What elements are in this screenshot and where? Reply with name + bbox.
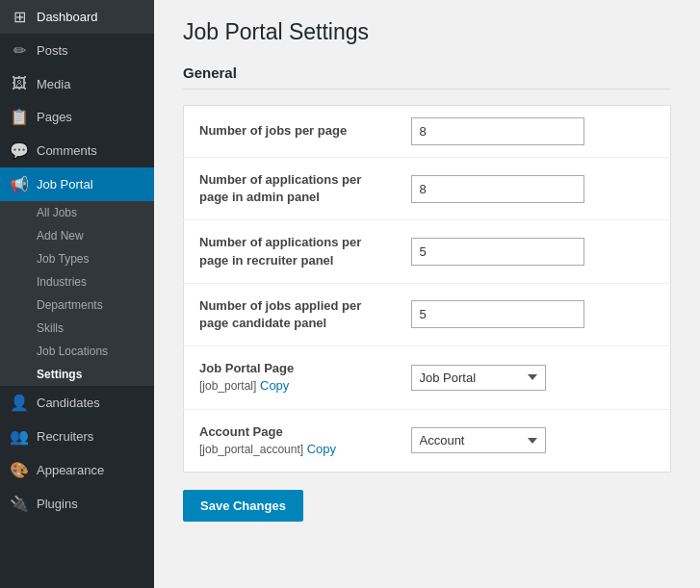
sidebar-submenu-skills[interactable]: Skills [0,317,154,340]
save-changes-button[interactable]: Save Changes [183,490,303,522]
setting-label-account-page: Account Page [199,424,283,439]
sidebar-item-pages[interactable]: 📋 Pages [0,100,154,134]
sidebar-submenu-industries[interactable]: Industries [0,270,154,294]
table-row: Number of applications per page in admin… [184,158,671,220]
select-account-page[interactable]: Account [411,427,546,453]
sidebar-item-media[interactable]: 🖼 Media [0,67,154,100]
setting-label-apps-recruiter: Number of applications per page in recru… [199,235,361,267]
sidebar-item-dashboard[interactable]: ⊞ Dashboard [0,0,154,34]
sidebar-item-label: Pages [37,110,72,124]
setting-label-job-portal-page: Job Portal Page [199,361,294,375]
input-apps-admin[interactable] [411,175,584,203]
sidebar: ⊞ Dashboard ✏ Posts 🖼 Media 📋 Pages 💬 Co… [0,0,154,588]
dashboard-icon: ⊞ [10,8,29,26]
candidates-icon: 👤 [10,394,29,412]
sidebar-item-comments[interactable]: 💬 Comments [0,134,154,167]
sidebar-item-label: Recruiters [37,429,93,444]
account-shortcode: [job_portal_account] [199,443,303,456]
job-portal-submenu: All Jobs Add New Job Types Industries De… [0,201,154,386]
table-row: Number of jobs applied per page candidat… [184,283,671,345]
sidebar-item-label: Dashboard [37,10,98,24]
appearance-icon: 🎨 [10,461,29,479]
table-row: Number of applications per page in recru… [184,220,671,283]
job-portal-shortcode: [job_portal] [199,379,256,393]
sidebar-item-plugins[interactable]: 🔌 Plugins [0,487,154,521]
media-icon: 🖼 [10,75,29,92]
comments-icon: 💬 [10,141,29,160]
input-jobs-candidate[interactable] [411,300,584,328]
sidebar-item-label: Appearance [37,463,104,477]
input-apps-recruiter[interactable] [411,238,584,266]
pages-icon: 📋 [10,108,29,126]
plugins-icon: 🔌 [10,495,29,513]
setting-label-jobs-candidate: Number of jobs applied per page candidat… [199,298,361,330]
setting-label-apps-admin: Number of applications per page in admin… [199,172,361,204]
settings-table: Number of jobs per page Number of applic… [183,105,671,473]
select-job-portal-page[interactable]: Job Portal [411,365,546,391]
job-portal-copy-link[interactable]: Copy [260,378,289,393]
sidebar-item-appearance[interactable]: 🎨 Appearance [0,453,154,487]
table-row: Account Page [job_portal_account] Copy A… [184,409,671,472]
sidebar-item-candidates[interactable]: 👤 Candidates [0,386,154,420]
posts-icon: ✏ [10,41,29,60]
input-jobs-per-page[interactable] [411,117,584,145]
table-row: Job Portal Page [job_portal] Copy Job Po… [184,346,671,409]
sidebar-submenu-all-jobs[interactable]: All Jobs [0,201,154,224]
table-row: Number of jobs per page [184,106,671,158]
sidebar-submenu-settings[interactable]: Settings [0,363,154,386]
account-copy-link[interactable]: Copy [307,442,336,456]
main-content: Job Portal Settings General Number of jo… [154,0,700,588]
sidebar-item-label: Job Portal [37,177,93,192]
sidebar-submenu-add-new[interactable]: Add New [0,224,154,247]
recruiters-icon: 👥 [10,427,29,446]
job-portal-icon: 📢 [10,175,29,193]
sidebar-item-label: Posts [37,43,68,58]
sidebar-submenu-job-locations[interactable]: Job Locations [0,340,154,363]
sidebar-item-label: Comments [37,143,97,158]
sidebar-item-label: Media [37,77,70,91]
sidebar-item-label: Candidates [37,396,100,410]
sidebar-item-label: Plugins [37,497,78,511]
section-title: General [183,64,671,89]
sidebar-item-posts[interactable]: ✏ Posts [0,34,154,67]
sidebar-item-recruiters[interactable]: 👥 Recruiters [0,420,154,453]
sidebar-submenu-job-types[interactable]: Job Types [0,247,154,270]
sidebar-submenu-departments[interactable]: Departments [0,294,154,317]
sidebar-item-job-portal[interactable]: 📢 Job Portal [0,167,154,201]
setting-label-jobs-per-page: Number of jobs per page [199,123,347,138]
page-title: Job Portal Settings [183,19,671,45]
